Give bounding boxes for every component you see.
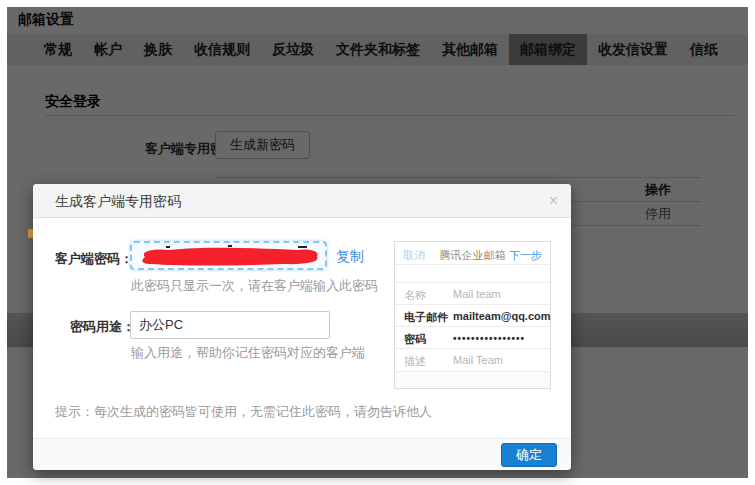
- preview-description-value: Mail Team: [453, 354, 503, 366]
- preview-password-label: 密码: [404, 332, 426, 347]
- dialog-header: 生成客户端专用密码 ×: [33, 184, 571, 218]
- dialog-tip: 提示：每次生成的密码皆可使用，无需记住此密码，请勿告诉他人: [55, 403, 432, 421]
- client-password-label: 客户端密码：: [55, 250, 133, 268]
- purpose-help-note: 输入用途，帮助你记住密码对应的客户端: [131, 344, 365, 362]
- preview-name-value: Mail team: [453, 288, 501, 300]
- preview-row-description: 描述 Mail Team: [395, 348, 550, 370]
- client-password-value-box: [130, 241, 327, 270]
- close-icon[interactable]: ×: [549, 191, 558, 211]
- copy-password-link[interactable]: 复制: [336, 248, 364, 266]
- dialog-title: 生成客户端专用密码: [55, 193, 181, 211]
- password-char-speck: [298, 246, 307, 248]
- preview-name-label: 名称: [404, 288, 426, 303]
- dialog-footer: 确定: [33, 438, 571, 470]
- preview-email-value: mailteam@qq.com: [453, 310, 551, 322]
- purpose-input[interactable]: [130, 311, 330, 339]
- preview-description-label: 描述: [404, 354, 426, 369]
- preview-email-label: 电子邮件: [404, 310, 448, 325]
- confirm-button[interactable]: 确定: [501, 443, 557, 467]
- preview-footer-strip: [395, 371, 550, 388]
- preview-password-value: ••••••••••••••••: [453, 333, 525, 344]
- preview-navbar: 取消 腾讯企业邮箱 下一步: [395, 242, 550, 265]
- preview-row-name: 名称 Mail team: [395, 282, 550, 304]
- client-setup-preview: 取消 腾讯企业邮箱 下一步 名称 Mail team 电子邮件 mailteam…: [394, 241, 551, 389]
- preview-row-password: 密码 ••••••••••••••••: [395, 326, 550, 348]
- generate-password-dialog: 生成客户端专用密码 × 客户端密码： 复制 此密码只显示一次，请在客户端输入此密…: [33, 184, 571, 470]
- password-char-speck: [228, 245, 232, 247]
- password-redaction-scribble: [135, 245, 322, 267]
- password-char-speck: [166, 246, 170, 248]
- preview-next-label: 下一步: [509, 248, 542, 263]
- password-shown-once-note: 此密码只显示一次，请在客户端输入此密码: [131, 277, 378, 295]
- preview-row-email: 电子邮件 mailteam@qq.com: [395, 304, 550, 326]
- purpose-label: 密码用途：: [70, 318, 135, 336]
